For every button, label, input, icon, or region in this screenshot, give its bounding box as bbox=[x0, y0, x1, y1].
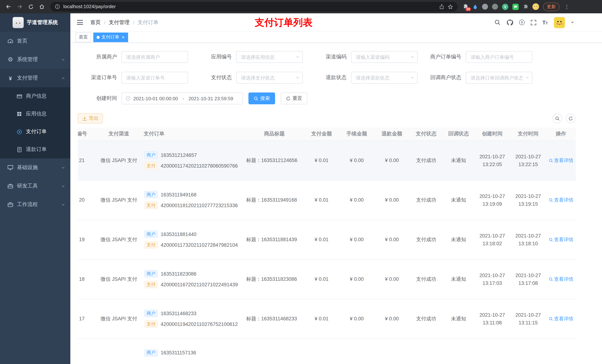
cell-pay-amount: ¥ 0.01 bbox=[304, 259, 339, 299]
pay-status-select[interactable] bbox=[236, 72, 303, 83]
cell-order: 商户1635311881440 支付4200001173202110272847… bbox=[139, 220, 245, 259]
filter-row-3: 创建时间 2021-10-01 00:00:00 - 2021-10-31 23… bbox=[78, 93, 595, 104]
view-detail-link[interactable]: 查看详情 bbox=[548, 315, 573, 322]
extension-icon[interactable] bbox=[492, 4, 498, 10]
view-detail-link[interactable]: 查看详情 bbox=[548, 236, 573, 243]
github-icon[interactable] bbox=[506, 19, 513, 26]
tab-home[interactable]: 首页 bbox=[75, 32, 91, 42]
col-id: 编号 bbox=[78, 128, 98, 141]
breadcrumb-separator bbox=[133, 20, 134, 25]
browser-forward-button[interactable] bbox=[14, 1, 25, 12]
active-tab-dot bbox=[97, 36, 100, 39]
extension-badge: 10 bbox=[465, 7, 471, 11]
drop-extension-icon[interactable] bbox=[473, 4, 478, 10]
sidebar-item-payment-management[interactable]: 支付管理 bbox=[0, 69, 70, 87]
bookmark-star-icon[interactable] bbox=[448, 4, 453, 10]
channel-code-select[interactable] bbox=[351, 51, 418, 63]
breadcrumb: 首页 支付管理 支付订单 bbox=[90, 19, 159, 26]
pay-tag: 支付 bbox=[144, 241, 158, 249]
search-icon[interactable] bbox=[494, 19, 500, 26]
cell-create-time: 2021-10-2713:18:02 bbox=[474, 220, 510, 259]
briefcase-icon bbox=[7, 202, 13, 208]
tab-close-icon[interactable] bbox=[122, 35, 125, 40]
fullscreen-icon[interactable] bbox=[530, 20, 536, 25]
browser-home-button[interactable] bbox=[36, 1, 47, 12]
chat-extension-icon[interactable] bbox=[512, 3, 519, 10]
export-button[interactable]: 导出 bbox=[78, 113, 103, 124]
merchant-input[interactable] bbox=[121, 51, 188, 63]
font-size-icon[interactable] bbox=[542, 20, 548, 25]
merchant-order-input[interactable] bbox=[466, 51, 532, 63]
avatar-caret-icon[interactable] bbox=[571, 22, 574, 25]
site-info-icon[interactable] bbox=[55, 4, 60, 9]
show-search-toggle-button[interactable] bbox=[552, 114, 562, 123]
cell-id: 21 bbox=[78, 141, 98, 180]
top-navbar: 首页 支付管理 支付订单 支付订单列表 bbox=[70, 13, 602, 32]
sidebar-item-home[interactable]: 首页 bbox=[0, 32, 70, 50]
filter-label: 回调商户状态 bbox=[422, 74, 466, 81]
breadcrumb-home[interactable]: 首页 bbox=[90, 19, 101, 26]
view-detail-link[interactable]: 查看详情 bbox=[548, 157, 573, 164]
cell-pay-status: 支付成功 bbox=[409, 141, 443, 180]
cell-channel: 微信 JSAPI 支付 bbox=[98, 299, 139, 338]
bank-card-icon bbox=[16, 93, 22, 99]
cell-refund-amount: ¥ 0.00 bbox=[374, 220, 409, 259]
help-icon[interactable] bbox=[519, 20, 525, 25]
cell-fee-amount: ¥ 0.00 bbox=[339, 141, 374, 180]
browser-menu-icon[interactable] bbox=[563, 4, 570, 10]
merchant-tag: 商户 bbox=[144, 151, 158, 159]
cell-actions: 查看详情 bbox=[546, 220, 576, 259]
reset-button[interactable]: 重置 bbox=[281, 93, 307, 104]
extension-icon[interactable] bbox=[482, 4, 488, 10]
cell-title: 标题：1635311881439 bbox=[245, 220, 304, 259]
vue-devtools-icon[interactable] bbox=[502, 3, 508, 10]
sidebar-item-workflow[interactable]: 工作流程 bbox=[0, 195, 70, 214]
extension-puzzle-icon-2[interactable] bbox=[523, 4, 528, 10]
merchant-tag: 商户 bbox=[144, 230, 158, 238]
extension-puzzle-icon[interactable]: 10 bbox=[462, 4, 468, 10]
sidebar-toggle-icon[interactable] bbox=[76, 19, 84, 26]
chevron-down-icon bbox=[61, 184, 65, 188]
address-bar[interactable]: localhost:1024/pay/order bbox=[50, 2, 458, 11]
tab-pay-order[interactable]: 支付订单 bbox=[93, 32, 128, 42]
sidebar-item-merchant-info[interactable]: 商户信息 bbox=[0, 87, 70, 105]
cell-order: 商户1635311823086 支付4200001167202110271022… bbox=[139, 259, 245, 299]
filter-label: 渠道订单号 bbox=[78, 74, 121, 81]
share-icon[interactable] bbox=[439, 4, 444, 9]
sidebar-item-infrastructure[interactable]: 基础设施 bbox=[0, 158, 70, 177]
filter-label: 应用编号 bbox=[193, 54, 236, 60]
refresh-table-button[interactable] bbox=[566, 114, 575, 123]
notify-status-select[interactable] bbox=[466, 72, 532, 83]
sidebar-item-app-info[interactable]: 应用信息 bbox=[0, 105, 70, 123]
cell-actions: 查看详情 bbox=[546, 180, 576, 220]
cell-create-time: 2021-10-2713:19:09 bbox=[474, 180, 510, 220]
table-row: 20 微信 JSAPI 支付 商户1635311949168 支付4200001… bbox=[78, 180, 576, 220]
browser-reload-button[interactable] bbox=[25, 1, 36, 12]
pay-tag: 支付 bbox=[144, 281, 158, 288]
breadcrumb-separator bbox=[104, 20, 106, 25]
app-select[interactable] bbox=[236, 51, 303, 63]
merchant-tag: 商户 bbox=[144, 349, 158, 356]
sidebar-item-refund-order[interactable]: 退款订单 bbox=[0, 141, 70, 158]
search-button[interactable]: 搜索 bbox=[248, 93, 275, 104]
profile-memoji-icon[interactable] bbox=[532, 3, 539, 10]
refund-status-select[interactable] bbox=[351, 72, 418, 83]
sidebar-item-pay-order[interactable]: 支付订单 bbox=[0, 123, 70, 141]
browser-update-button[interactable]: 更新 bbox=[543, 2, 559, 11]
browser-back-button[interactable] bbox=[3, 1, 14, 12]
filter-row-2: 渠道订单号 支付状态 退款状态 回调商户状态 bbox=[78, 72, 595, 83]
chevron-up-icon bbox=[61, 76, 65, 80]
filter-channel-order-no: 渠道订单号 bbox=[78, 72, 193, 83]
filter-channel-code: 渠道编码 bbox=[307, 51, 422, 63]
cell-pay-time: 2021-10-2713:18:10 bbox=[510, 220, 546, 259]
view-detail-link[interactable]: 查看详情 bbox=[548, 276, 573, 282]
breadcrumb-payment[interactable]: 支付管理 bbox=[109, 19, 129, 26]
view-detail-link[interactable]: 查看详情 bbox=[548, 197, 573, 203]
main-area: 首页 支付管理 支付订单 支付订单列表 bbox=[70, 13, 602, 364]
col-create-time: 创建时间 bbox=[474, 128, 510, 141]
sidebar-item-system-management[interactable]: 系统管理 bbox=[0, 50, 70, 69]
user-avatar[interactable] bbox=[554, 17, 565, 28]
date-range-picker[interactable]: 2021-10-01 00:00:00 - 2021-10-31 23:59:5… bbox=[121, 93, 243, 104]
sidebar-item-dev-tools[interactable]: 研发工具 bbox=[0, 177, 70, 195]
channel-order-input[interactable] bbox=[121, 72, 188, 83]
